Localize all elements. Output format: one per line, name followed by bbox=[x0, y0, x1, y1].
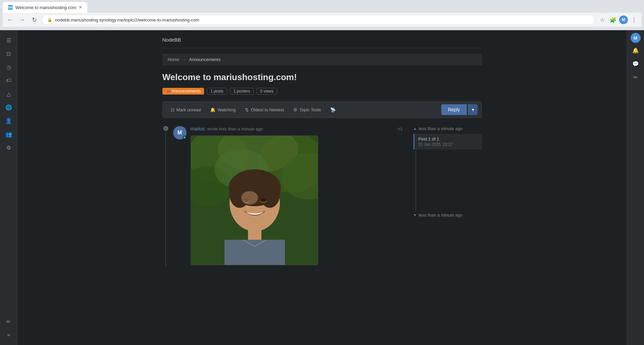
svg-point-10 bbox=[260, 181, 280, 208]
post-index-header[interactable]: ▲ less than a minute ago bbox=[413, 126, 482, 131]
app-layout: ☰ ⊡ ◷ 🏷 △ 🌐 👤 👥 ⚙ ✏ » NodeBB Home → Anno… bbox=[0, 30, 644, 345]
post-author[interactable]: marius bbox=[191, 126, 205, 131]
post-number: #1 bbox=[398, 126, 402, 131]
topic-toolbar: ⊡ Mark unread 🔔 Watching ⇅ Oldest to New… bbox=[162, 101, 482, 118]
tags-icon[interactable]: 🏷 bbox=[3, 74, 15, 87]
post-image-container bbox=[191, 135, 318, 265]
views-count-badge: 0 views bbox=[256, 88, 277, 95]
post-index-divider bbox=[415, 151, 416, 211]
page-wrapper: NodeBB Home → Announcements Welcome to m… bbox=[154, 30, 490, 273]
timeline-dot bbox=[163, 126, 168, 131]
posters-count-badge: 1 posters bbox=[230, 88, 254, 95]
sort-icon: ⇅ bbox=[245, 107, 249, 112]
rss-button[interactable]: 📡 bbox=[326, 105, 340, 114]
sort-button[interactable]: ⇅ Oldest to Newest bbox=[241, 105, 288, 114]
star-button[interactable]: ☆ bbox=[598, 15, 607, 24]
online-indicator bbox=[183, 136, 186, 139]
menu-dots-button[interactable]: ⋮ bbox=[629, 15, 639, 24]
breadcrumb-separator: → bbox=[182, 57, 186, 62]
topic-meta: 📣 Announcements 1 posts 1 posters 0 view… bbox=[162, 88, 482, 95]
reload-button[interactable]: ↻ bbox=[30, 15, 39, 24]
user-icon[interactable]: 👤 bbox=[3, 115, 15, 127]
world-icon[interactable]: 🌐 bbox=[3, 101, 15, 113]
post-index-item[interactable]: Post 1 of 1 21 Jan 2025, 22:17 bbox=[413, 134, 482, 150]
bell-icon: 🔔 bbox=[210, 107, 215, 112]
breadcrumb: Home → Announcements bbox=[162, 54, 482, 65]
right-bell-icon[interactable]: 🔔 bbox=[630, 44, 642, 56]
topic-title: Welcome to mariushosting.com! bbox=[162, 72, 482, 82]
inbox-icon[interactable]: ⊡ bbox=[3, 48, 15, 60]
right-compose-icon[interactable]: ✏ bbox=[630, 71, 642, 83]
svg-point-14 bbox=[260, 198, 266, 202]
svg-point-18 bbox=[241, 191, 258, 205]
post-avatar[interactable]: M bbox=[173, 126, 187, 139]
mark-unread-icon: ⊡ bbox=[171, 107, 175, 112]
extension-button[interactable]: 🧩 bbox=[608, 15, 618, 24]
post-index-item-date: 21 Jan 2025, 22:17 bbox=[418, 142, 478, 147]
lock-icon: 🔒 bbox=[47, 17, 52, 22]
watching-label: Watching bbox=[217, 107, 236, 112]
posts-area: M marius wrote less than a minute ago #1 bbox=[162, 126, 482, 266]
topic-tools-label: Topic Tools bbox=[299, 107, 321, 112]
menu-icon[interactable]: ☰ bbox=[3, 34, 15, 46]
forum-header: NodeBB bbox=[162, 37, 482, 48]
post-timeline bbox=[162, 126, 169, 266]
post-index-panel: ▲ less than a minute ago Post 1 of 1 21 … bbox=[408, 126, 482, 266]
post-header: marius wrote less than a minute ago #1 bbox=[191, 126, 403, 131]
rss-icon: 📡 bbox=[330, 107, 336, 112]
left-sidebar: ☰ ⊡ ◷ 🏷 △ 🌐 👤 👥 ⚙ ✏ » bbox=[0, 30, 17, 345]
breadcrumb-home[interactable]: Home bbox=[168, 57, 180, 62]
pencil-icon[interactable]: ✏ bbox=[3, 315, 15, 328]
chevron-up-icon: ▲ bbox=[413, 127, 417, 130]
profile-avatar[interactable]: M bbox=[619, 15, 628, 24]
tab-title: Welcome to mariushosting.com bbox=[15, 5, 76, 10]
post-index-footer-time: less than a minute ago bbox=[418, 213, 462, 218]
popular-icon[interactable]: △ bbox=[3, 88, 15, 100]
post-index-footer[interactable]: ▼ less than a minute ago bbox=[413, 213, 482, 218]
sort-label: Oldest to Newest bbox=[251, 107, 284, 112]
watching-button[interactable]: 🔔 Watching bbox=[206, 105, 240, 114]
browser-chrome: BB Welcome to mariushosting.com × ← → ↻ … bbox=[0, 0, 644, 30]
right-user-avatar[interactable]: M bbox=[631, 33, 641, 43]
svg-rect-15 bbox=[248, 228, 261, 241]
avatar-column: M bbox=[173, 126, 187, 266]
timeline-line bbox=[165, 132, 166, 266]
svg-rect-17 bbox=[225, 240, 285, 265]
address-bar[interactable]: 🔒 nodebb.mariushosting.synology.me/topic… bbox=[42, 15, 595, 25]
tab-close-btn[interactable]: × bbox=[79, 5, 82, 10]
right-sidebar: M 🔔 💬 ✏ bbox=[627, 30, 644, 345]
tab-favicon: BB bbox=[8, 5, 13, 10]
admin-icon[interactable]: ⚙ bbox=[3, 141, 15, 154]
main-content: NodeBB Home → Announcements Welcome to m… bbox=[17, 30, 627, 345]
right-chat-icon[interactable]: 💬 bbox=[630, 58, 642, 70]
reply-dropdown-button[interactable]: ▾ bbox=[468, 104, 478, 115]
posts-count-badge: 1 posts bbox=[207, 88, 227, 95]
post-image bbox=[191, 136, 318, 265]
gear-icon: ⚙ bbox=[293, 107, 297, 112]
chevron-down-icon: ▼ bbox=[413, 213, 417, 217]
topic-tools-button[interactable]: ⚙ Topic Tools bbox=[289, 105, 325, 114]
announcements-badge[interactable]: 📣 Announcements bbox=[162, 88, 204, 95]
forum-title: NodeBB bbox=[162, 37, 181, 43]
browser-tabs: BB Welcome to mariushosting.com × bbox=[3, 2, 641, 13]
recent-icon[interactable]: ◷ bbox=[3, 61, 15, 73]
post-content: marius wrote less than a minute ago #1 bbox=[191, 126, 403, 266]
forward-button[interactable]: → bbox=[17, 15, 27, 24]
browser-tab[interactable]: BB Welcome to mariushosting.com × bbox=[3, 2, 87, 13]
expand-icon[interactable]: » bbox=[3, 329, 15, 341]
post-index-header-time: less than a minute ago bbox=[418, 126, 462, 131]
back-button[interactable]: ← bbox=[5, 15, 15, 24]
mark-unread-button[interactable]: ⊡ Mark unread bbox=[167, 105, 205, 114]
browser-toolbar: ← → ↻ 🔒 nodebb.mariushosting.synology.me… bbox=[3, 13, 641, 27]
post-with-timeline: M marius wrote less than a minute ago #1 bbox=[162, 126, 403, 266]
post-action: wrote less than a minute ago bbox=[207, 126, 263, 131]
group-icon[interactable]: 👥 bbox=[3, 128, 15, 140]
breadcrumb-current: Announcements bbox=[189, 57, 220, 62]
post-index-item-title: Post 1 of 1 bbox=[418, 136, 478, 141]
reply-button[interactable]: Reply bbox=[441, 104, 467, 115]
url-text: nodebb.mariushosting.synology.me/topic/2… bbox=[55, 17, 199, 22]
toolbar-actions: ☆ 🧩 M ⋮ bbox=[598, 15, 639, 24]
avatar-letter: M bbox=[178, 130, 182, 136]
mark-unread-label: Mark unread bbox=[177, 107, 201, 112]
post-image-svg bbox=[191, 136, 318, 265]
